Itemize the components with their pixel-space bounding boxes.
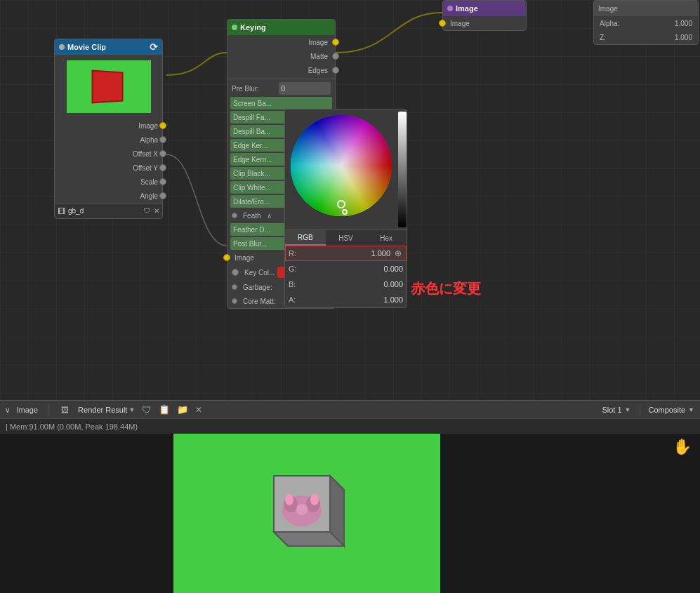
keying-out-image: Image bbox=[227, 35, 335, 49]
composite-arrow[interactable]: ▼ bbox=[688, 406, 694, 413]
movie-clip-title: Movie Clip bbox=[67, 43, 106, 51]
tab-hex-label: Hex bbox=[380, 234, 392, 242]
pre-blur-input[interactable]: 0 bbox=[279, 82, 331, 95]
svg-point-8 bbox=[285, 494, 293, 505]
socket-scale-dot[interactable] bbox=[159, 178, 166, 185]
screen-balance-btn[interactable]: Screen Ba... bbox=[227, 96, 335, 110]
alpha-z-node: Image Alpha: 1.000 Z: 1.000 bbox=[593, 0, 699, 45]
svg-point-9 bbox=[310, 494, 319, 505]
pre-blur-field: Pre Blur: 0 bbox=[227, 81, 335, 96]
z-value: 1.000 bbox=[675, 34, 692, 41]
eyedropper-icon[interactable]: ⊕ bbox=[393, 248, 403, 258]
copy-btn[interactable]: 📋 bbox=[159, 404, 170, 415]
image-out-input: Image bbox=[443, 16, 526, 30]
slot-arrow[interactable]: ▼ bbox=[625, 406, 631, 413]
shield-icon: 🛡 bbox=[144, 207, 151, 215]
image-out-header[interactable]: Image bbox=[443, 1, 526, 16]
color-tabs: RGB HSV Hex bbox=[285, 229, 407, 246]
hand-cursor-icon: ✋ bbox=[673, 438, 692, 456]
image-viewer-content bbox=[0, 434, 700, 593]
brightness-bar[interactable] bbox=[398, 112, 407, 227]
keying-node-dot bbox=[232, 25, 237, 30]
render-result-label: Render Result bbox=[78, 406, 127, 414]
tab-rgb[interactable]: RGB bbox=[285, 230, 326, 246]
annotation-content: 赤色に変更 bbox=[411, 281, 481, 296]
socket-angle-dot[interactable] bbox=[159, 192, 166, 199]
keying-out-edges: Edges bbox=[227, 63, 335, 77]
socket-offset-y: Offset Y bbox=[55, 161, 162, 175]
node-editor: Movie Clip ⟳ Image Alpha Offset X Offset… bbox=[0, 0, 700, 400]
shield-btn[interactable]: 🛡 bbox=[142, 404, 152, 415]
socket-scale: Scale bbox=[55, 175, 162, 189]
memory-usage: | Mem:91.00M (0.00M, Peak 198.44M) bbox=[6, 422, 138, 431]
socket-offset-y-dot[interactable] bbox=[159, 164, 166, 171]
preview-cube bbox=[92, 69, 124, 103]
color-wheel[interactable] bbox=[287, 112, 403, 227]
keying-out-image-label: Image bbox=[308, 39, 328, 46]
image-out-dot bbox=[447, 6, 453, 11]
keying-out-edges-label: Edges bbox=[308, 67, 328, 74]
feather-label: Feath bbox=[243, 212, 261, 220]
tab-rgb-label: RGB bbox=[298, 234, 313, 241]
bottom-bar-controls: Render Result ▼ bbox=[78, 406, 135, 414]
cube-render bbox=[232, 448, 372, 574]
keying-header[interactable]: Keying bbox=[227, 20, 335, 35]
screen-balance-label: Screen Ba... bbox=[230, 97, 332, 109]
image-icon[interactable]: 🖼 bbox=[58, 404, 71, 416]
bottom-bar-menu[interactable]: v bbox=[6, 406, 10, 414]
keying-out-matte-dot[interactable] bbox=[332, 53, 339, 60]
movie-clip-preview-area bbox=[55, 55, 162, 119]
z-row: Z: 1.000 bbox=[594, 30, 698, 44]
feather-socket[interactable] bbox=[232, 213, 237, 218]
g-value[interactable]: 0.000 bbox=[301, 265, 403, 273]
image-viewer bbox=[0, 434, 700, 593]
keying-out-edges-dot[interactable] bbox=[332, 67, 339, 74]
folder-btn[interactable]: 📁 bbox=[177, 404, 188, 415]
dropdown-arrow[interactable]: ▼ bbox=[128, 406, 135, 413]
garbage-socket[interactable] bbox=[232, 284, 237, 290]
composite-selector: Composite ▼ bbox=[649, 406, 695, 414]
tab-hex[interactable]: Hex bbox=[366, 230, 407, 246]
socket-alpha-dot[interactable] bbox=[159, 136, 166, 143]
movie-clip-header[interactable]: Movie Clip ⟳ bbox=[55, 39, 162, 55]
key-color-label: Key Col... bbox=[244, 269, 275, 276]
clip-name[interactable]: gb_d bbox=[68, 207, 84, 215]
a-value[interactable]: 1.000 bbox=[301, 295, 403, 304]
b-channel-row: B: 0.000 bbox=[285, 276, 407, 292]
image-out-node: Image Image bbox=[442, 0, 527, 31]
bottom-bar-image-label[interactable]: Image bbox=[17, 406, 39, 414]
close-icon[interactable]: ✕ bbox=[154, 207, 159, 215]
bottom-bar: v Image 🖼 Render Result ▼ 🛡 📋 📁 ✕ Slot 1… bbox=[0, 400, 700, 418]
keying-in-image-dot[interactable] bbox=[223, 254, 230, 261]
close-btn[interactable]: ✕ bbox=[195, 405, 202, 415]
r-channel-row: R: 1.000 ⊕ bbox=[285, 246, 407, 261]
separator-2 bbox=[640, 404, 640, 415]
clip-name-bar: 🎞 gb_d 🛡 ✕ bbox=[55, 203, 162, 218]
socket-offset-y-label: Offset Y bbox=[59, 164, 158, 172]
r-value[interactable]: 1.000 bbox=[301, 249, 390, 258]
film-icon: 🎞 bbox=[58, 207, 65, 215]
slot-label: Slot 1 bbox=[602, 406, 621, 414]
keying-in-image-label: Image bbox=[235, 254, 254, 262]
g-label: G: bbox=[289, 265, 298, 273]
key-color-socket[interactable] bbox=[232, 269, 239, 276]
image-out-socket[interactable] bbox=[439, 20, 446, 27]
core-matte-socket[interactable] bbox=[232, 298, 237, 304]
color-picker-popup[interactable]: RGB HSV Hex R: 1.000 ⊕ G: 0.000 B: 0.000 bbox=[284, 109, 407, 308]
composite-label: Composite bbox=[649, 406, 686, 414]
annotation-text: 赤色に変更 bbox=[411, 279, 481, 298]
slot-selector: Slot 1 ▼ bbox=[602, 406, 630, 414]
status-bar: | Mem:91.00M (0.00M, Peak 198.44M) bbox=[0, 418, 700, 434]
tab-hsv[interactable]: HSV bbox=[326, 230, 366, 246]
node-header-dot bbox=[59, 44, 65, 50]
keying-out-image-dot[interactable] bbox=[332, 39, 339, 46]
b-value[interactable]: 0.000 bbox=[301, 280, 403, 288]
socket-offset-x-dot[interactable] bbox=[159, 150, 166, 157]
socket-alpha-label: Alpha bbox=[59, 136, 158, 144]
keying-title: Keying bbox=[240, 23, 266, 32]
cube-svg bbox=[232, 448, 372, 574]
movie-clip-node: Movie Clip ⟳ Image Alpha Offset X Offset… bbox=[54, 39, 163, 219]
preview-box bbox=[67, 60, 151, 113]
socket-image-dot[interactable] bbox=[159, 122, 166, 129]
feather-icon: ∧ bbox=[267, 212, 272, 220]
